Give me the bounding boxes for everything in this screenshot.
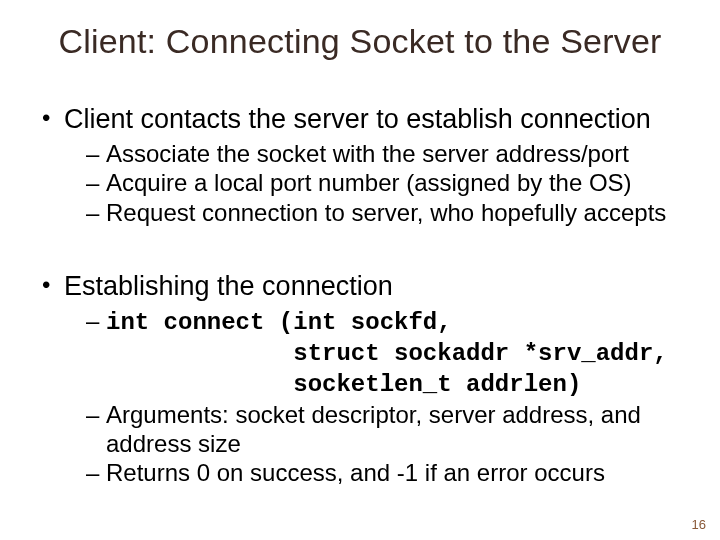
bullet-1-sub-2: Acquire a local port number (assigned by…	[86, 168, 678, 197]
bullet-2-sub-2: Arguments: socket descriptor, server add…	[86, 400, 678, 459]
page-number: 16	[692, 517, 706, 532]
code-snippet: int connect (int sockfd, struct sockaddr…	[106, 309, 668, 399]
bullet-2-heading: Establishing the connection	[42, 271, 678, 302]
bullet-1-heading: Client contacts the server to establish …	[42, 104, 678, 135]
slide: Client: Connecting Socket to the Server …	[0, 0, 720, 540]
slide-title: Client: Connecting Socket to the Server	[0, 22, 720, 61]
bullet-2-subitems: int connect (int sockfd, struct sockaddr…	[86, 306, 678, 488]
bullet-1-sub-1: Associate the socket with the server add…	[86, 139, 678, 168]
spacer	[42, 231, 678, 271]
bullet-1-subitems: Associate the socket with the server add…	[86, 139, 678, 227]
bullet-2-sub-code: int connect (int sockfd, struct sockaddr…	[86, 306, 678, 400]
bullet-1-sub-3: Request connection to server, who hopefu…	[86, 198, 678, 227]
bullet-2-sub-3: Returns 0 on success, and -1 if an error…	[86, 458, 678, 487]
slide-body: Client contacts the server to establish …	[42, 104, 678, 491]
